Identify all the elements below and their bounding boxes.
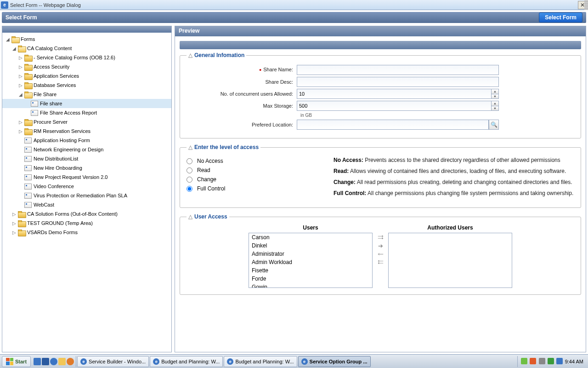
tree-node[interactable]: ▷Access Security [2,62,171,71]
quick-launch [32,356,76,367]
move-all-left-icon[interactable]: ⮄ [376,259,384,266]
tray-icon[interactable] [530,358,536,364]
share-desc-input[interactable] [297,77,499,87]
ql-icon[interactable] [58,358,66,365]
select-form-button[interactable]: Select Form [539,12,582,23]
ql-ie-icon[interactable] [50,358,57,365]
folder-icon [18,46,25,52]
ie-icon: e [301,358,308,365]
tree-node[interactable]: ▷VSARDs Demo Forms [2,228,171,237]
tray-icon[interactable] [548,358,554,364]
ie-icon: e [1,1,8,9]
folder-icon [24,92,32,98]
folder-icon [24,119,32,125]
forms-tree[interactable]: ◢Forms ◢CA Catalog Content ▷- Service Ca… [2,33,171,352]
form-icon [24,147,32,153]
tree-node-ca-catalog[interactable]: ◢CA Catalog Content [2,44,171,53]
list-item[interactable]: Admin Workload [249,258,372,266]
ql-icon[interactable] [42,358,49,365]
tray-icon[interactable] [539,358,545,364]
folder-icon [24,82,32,88]
tree-node[interactable]: ▷TEST GROUND (Temp Area) [2,218,171,228]
tray-icon[interactable] [556,358,563,364]
form-icon [24,184,32,190]
tree-leaf[interactable]: Application Hosting Form [2,136,171,145]
tree-leaf[interactable]: Virus Protection or Remediation Plan SLA [2,191,171,200]
move-all-right-icon[interactable]: ⮆ [376,234,384,241]
header-bar: Select Form Select Form [2,12,586,23]
tree-leaf[interactable]: WebCast [2,200,171,209]
authorized-list[interactable] [388,233,512,288]
tree-leaf[interactable]: Video Conference [2,182,171,191]
form-icon [24,156,32,162]
move-left-icon[interactable]: 🡐 [376,250,384,258]
label-location: Prefered Location: [187,122,297,127]
tree-leaf[interactable]: New Project Request Version 2.0 [2,172,171,182]
concurrent-users-stepper[interactable]: ▲▼ [297,89,499,99]
tree-node[interactable]: ▷Database Services [2,80,171,90]
list-item[interactable]: Forde [249,275,372,283]
preview-strip [180,41,581,49]
fieldset-user-access: △User Access Users Carson Dinkel Adminis… [180,213,581,295]
tree-node[interactable]: ▷Application Services [2,71,171,80]
system-tray: 9:44 AM [517,356,586,367]
spin-down-icon[interactable]: ▼ [492,106,498,111]
lookup-button[interactable]: 🔍 [489,120,499,130]
taskbar-task-active[interactable]: eService Option Group ... [298,356,371,367]
form-icon [24,193,32,199]
tree-node[interactable]: ▷RM Reservation Services [2,126,171,136]
taskbar-task[interactable]: eBudget and Planning: W... [224,356,297,367]
users-heading: Users [249,224,373,231]
form-icon [31,101,38,107]
spin-up-icon[interactable]: ▲ [492,89,498,94]
max-storage-stepper[interactable]: ▲▼ [297,101,499,111]
legend-user-access[interactable]: △User Access [187,213,229,220]
tree-panel-header [2,26,171,33]
taskbar-task[interactable]: eBudget and Planning: W... [150,356,223,367]
window-titlebar: e Select Form -- Webpage Dialog ✕ [0,0,588,10]
list-item[interactable]: Carson [249,233,372,242]
radio-change[interactable]: Change [187,176,324,183]
location-input[interactable] [297,120,489,130]
tree-node-forms[interactable]: ◢Forms [2,34,171,44]
preview-header: Preview [175,26,586,36]
legend-general[interactable]: △General Infomation [187,52,246,58]
window-title: Select Form -- Webpage Dialog [10,2,578,8]
form-icon [24,202,32,208]
start-button[interactable]: Start [2,356,31,367]
spin-down-icon[interactable]: ▼ [492,94,498,99]
ie-icon: e [227,358,233,365]
list-item[interactable]: Fisette [249,266,372,275]
tree-node[interactable]: ▷CA Solution Forms (Out-of-Box Content) [2,209,171,218]
folder-icon [18,220,25,226]
folder-icon [24,64,32,70]
taskbar-task[interactable]: eService Builder - Windo... [77,356,149,367]
users-list[interactable]: Carson Dinkel Administrator Admin Worklo… [249,233,373,288]
tree-node-file-share[interactable]: ◢File Share [2,90,171,99]
tree-leaf-file-share[interactable]: File share [2,99,171,108]
spin-up-icon[interactable]: ▲ [492,101,498,106]
radio-full-control[interactable]: Full Control [187,185,324,192]
radio-no-access[interactable]: No Access [187,158,324,164]
move-right-icon[interactable]: ➔ [376,242,384,249]
label-max-storage: Max Storage: [187,103,297,109]
tree-node[interactable]: ▷Procure Server [2,117,171,126]
list-item[interactable]: Administrator [249,250,372,258]
search-icon: 🔍 [491,121,498,128]
tree-leaf[interactable]: New Hire Onboarding [2,163,171,172]
tray-icon[interactable] [521,358,527,364]
legend-access[interactable]: △Enter the level of access [187,144,260,150]
tree-leaf[interactable]: Network Engineering or Design [2,145,171,154]
tree-node[interactable]: ▷- Service Catalog Forms (OOB 12.6) [2,53,171,62]
radio-read[interactable]: Read [187,167,324,173]
tree-leaf[interactable]: New DistributionList [2,154,171,163]
ie-icon: e [80,358,87,365]
ql-icon[interactable] [34,358,41,365]
folder-icon [24,73,32,79]
tree-leaf-file-share-report[interactable]: File Share Access Report [2,108,171,117]
share-name-input[interactable] [297,65,499,75]
ql-firefox-icon[interactable] [67,358,74,365]
list-item[interactable]: Gowin [249,283,372,288]
required-icon: • [259,66,261,74]
list-item[interactable]: Dinkel [249,242,372,250]
